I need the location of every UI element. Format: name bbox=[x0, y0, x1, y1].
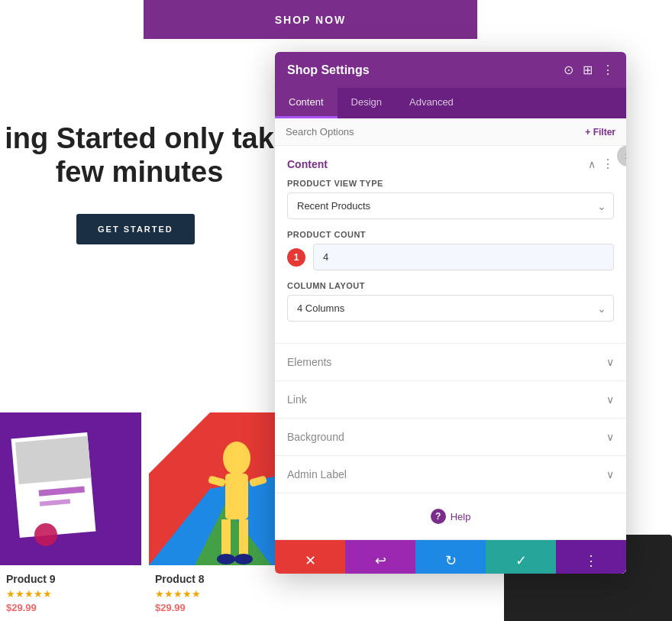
svg-point-3 bbox=[34, 523, 57, 546]
more-options-icon[interactable]: ⋮ bbox=[602, 63, 614, 77]
undo-button[interactable]: ↩ bbox=[345, 540, 415, 574]
product-price-1: $29.99 bbox=[6, 602, 135, 613]
focus-icon[interactable]: ⊙ bbox=[564, 63, 573, 77]
get-started-button[interactable]: GET STARTED bbox=[76, 214, 195, 244]
redo-button[interactable]: ↻ bbox=[415, 540, 486, 574]
chevron-up-icon: ∧ bbox=[588, 158, 596, 170]
product-count-input[interactable] bbox=[313, 244, 614, 270]
product-name-1: Product 9 bbox=[6, 573, 135, 585]
svg-point-10 bbox=[223, 441, 250, 475]
product-info-2: Product 8 ★★★★★ $29.99 bbox=[149, 565, 290, 621]
link-chevron-icon: ∨ bbox=[606, 393, 614, 406]
product-price-2: $29.99 bbox=[155, 602, 284, 613]
content-section-title: Content bbox=[287, 158, 328, 170]
cancel-button[interactable]: ✕ bbox=[275, 540, 345, 574]
product-card-2: Product 8 ★★★★★ $29.99 bbox=[149, 412, 290, 621]
content-section-body: Product View Type Recent Products Featur… bbox=[275, 179, 626, 343]
content-section-header[interactable]: Content ∧ ⋮ bbox=[275, 146, 626, 179]
product-card-1: Product 9 ★★★★★ $29.99 bbox=[0, 412, 141, 621]
svg-rect-12 bbox=[221, 519, 231, 558]
help-button[interactable]: ? Help bbox=[431, 509, 471, 524]
more-actions-button[interactable]: ⋮ bbox=[556, 540, 626, 574]
admin-label-section-title: Admin Label bbox=[287, 468, 347, 480]
product-stars-2: ★★★★★ bbox=[155, 588, 284, 600]
admin-label-chevron-icon: ∨ bbox=[606, 468, 614, 480]
action-bar: ✕ ↩ ↻ ✓ ⋮ bbox=[275, 539, 626, 574]
svg-rect-13 bbox=[239, 519, 248, 558]
filter-button[interactable]: + Filter bbox=[585, 127, 615, 137]
panel-header: Shop Settings ⊙ ⊞ ⋮ bbox=[275, 52, 626, 88]
product-view-type-select[interactable]: Recent Products Featured Products Sale P… bbox=[287, 192, 614, 219]
svg-rect-11 bbox=[225, 474, 248, 519]
product-info-1: Product 9 ★★★★★ $29.99 bbox=[0, 565, 141, 621]
help-area: ? Help bbox=[275, 493, 626, 539]
link-section-header[interactable]: Link ∨ bbox=[275, 381, 626, 418]
section-menu-icon[interactable]: ⋮ bbox=[602, 157, 614, 171]
product-view-type-label: Product View Type bbox=[287, 179, 614, 188]
background-section-title: Background bbox=[287, 431, 344, 443]
elements-section-title: Elements bbox=[287, 356, 331, 368]
elements-chevron-icon: ∨ bbox=[606, 356, 614, 368]
help-label: Help bbox=[451, 511, 471, 522]
columns-icon[interactable]: ⊞ bbox=[583, 63, 593, 77]
product-stars-1: ★★★★★ bbox=[6, 588, 135, 600]
save-button[interactable]: ✓ bbox=[486, 540, 556, 574]
link-section: Link ∨ bbox=[275, 380, 626, 418]
product-name-2: Product 8 bbox=[155, 573, 284, 585]
column-layout-label: Column Layout bbox=[287, 281, 614, 290]
admin-label-section-header[interactable]: Admin Label ∨ bbox=[275, 456, 626, 493]
link-section-title: Link bbox=[287, 393, 307, 406]
product-image-2 bbox=[149, 412, 290, 565]
column-layout-select[interactable]: 1 Column 2 Columns 3 Columns 4 Columns 6… bbox=[287, 295, 614, 322]
product-count-row: 1 bbox=[287, 244, 614, 270]
content-section-icons: ∧ ⋮ bbox=[588, 157, 614, 171]
background-section: Background ∨ bbox=[275, 418, 626, 455]
help-icon: ? bbox=[431, 509, 446, 524]
admin-label-section: Admin Label ∨ bbox=[275, 455, 626, 493]
product-view-type-wrapper: Recent Products Featured Products Sale P… bbox=[287, 192, 614, 219]
panel-header-icons: ⊙ ⊞ ⋮ bbox=[564, 63, 614, 77]
svg-point-16 bbox=[217, 554, 235, 564]
search-bar: + Filter bbox=[275, 118, 626, 146]
product-image-1 bbox=[0, 412, 141, 565]
search-input[interactable] bbox=[286, 126, 438, 137]
page-heading: ing Started only tak few minutes bbox=[0, 122, 279, 189]
svg-point-17 bbox=[234, 554, 253, 564]
svg-rect-2 bbox=[15, 436, 91, 484]
banner-text: SHOP NOW bbox=[275, 14, 347, 26]
shop-now-banner: SHOP NOW bbox=[144, 0, 477, 39]
settings-panel: Shop Settings ⊙ ⊞ ⋮ Content Design Advan… bbox=[275, 52, 626, 574]
step-badge: 1 bbox=[287, 248, 305, 267]
tab-design[interactable]: Design bbox=[338, 88, 396, 118]
product-count-label: Product Count bbox=[287, 230, 614, 239]
elements-section-header[interactable]: Elements ∨ bbox=[275, 344, 626, 380]
panel-title: Shop Settings bbox=[287, 63, 370, 77]
panel-body: Content ∧ ⋮ Product View Type Recent Pro… bbox=[275, 146, 626, 574]
background-section-header[interactable]: Background ∨ bbox=[275, 419, 626, 455]
background-chevron-icon: ∨ bbox=[606, 431, 614, 443]
tab-advanced[interactable]: Advanced bbox=[396, 88, 467, 118]
column-layout-wrapper: 1 Column 2 Columns 3 Columns 4 Columns 6… bbox=[287, 295, 614, 322]
panel-tabs: Content Design Advanced bbox=[275, 88, 626, 118]
tab-content[interactable]: Content bbox=[275, 88, 338, 118]
elements-section: Elements ∨ bbox=[275, 343, 626, 380]
